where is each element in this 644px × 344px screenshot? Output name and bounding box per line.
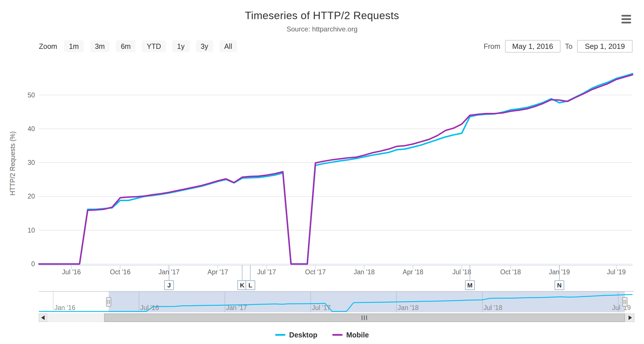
x-axis-label: Jul '16 (62, 268, 81, 276)
y-axis-label: 40 (27, 125, 35, 133)
navigator-axis-label: Jan '17 (226, 304, 247, 311)
navigator-axis-label: Jul '17 (312, 304, 331, 311)
y-axis-label: 50 (27, 91, 35, 99)
y-axis-label: 20 (27, 193, 35, 200)
scrollbar-left-button[interactable] (39, 314, 47, 322)
legend-item-mobile[interactable]: Mobile (332, 331, 369, 339)
flag-label: L (249, 282, 252, 289)
legend-label: Desktop (289, 331, 317, 339)
navigator-mask[interactable] (109, 291, 625, 312)
x-axis-label: Apr '18 (403, 268, 423, 276)
series-line-mobile[interactable] (39, 75, 633, 264)
flag-label: K (240, 282, 245, 289)
navigator-handle-left[interactable] (106, 297, 111, 306)
scrollbar-right-button[interactable] (626, 314, 634, 322)
x-axis-label: Oct '18 (500, 268, 521, 276)
y-axis-label: 0 (31, 260, 35, 268)
legend: DesktopMobile (0, 328, 644, 342)
navigator-handle-right[interactable] (623, 297, 627, 306)
chart-plot-area: 01020304050Jul '16Oct '16Jan '17Apr '17J… (0, 0, 644, 344)
handle-grip-icon (623, 297, 627, 306)
y-axis-label: 10 (27, 227, 35, 234)
flag-label: N (557, 282, 562, 289)
legend-label: Mobile (346, 331, 369, 339)
highcharts-stock-chart: Timeseries of HTTP/2 Requests Source: ht… (0, 0, 644, 344)
x-axis-label: Jul '18 (452, 268, 471, 276)
x-axis-label: Jul '19 (607, 268, 626, 276)
legend-item-desktop[interactable]: Desktop (275, 331, 317, 339)
y-axis-label: 30 (27, 159, 35, 166)
navigator-axis-label: Jan '16 (54, 304, 75, 311)
x-axis-label: Jan '18 (354, 268, 375, 276)
x-axis-label: Oct '17 (305, 268, 326, 276)
x-axis-label: Oct '16 (110, 268, 130, 276)
x-axis-label: Apr '17 (208, 268, 228, 276)
navigator-axis-label: Jul '19 (612, 304, 631, 311)
legend-line-icon (332, 334, 343, 336)
navigator-axis-label: Jul '18 (484, 304, 502, 311)
legend-line-icon (275, 334, 285, 336)
flag-label: M (467, 282, 472, 289)
flag-L[interactable]: L (246, 265, 255, 290)
handle-grip-icon (106, 297, 111, 306)
x-axis-label: Jul '17 (257, 268, 276, 276)
series-line-desktop[interactable] (39, 74, 633, 264)
navigator-axis-label: Jul '16 (140, 304, 159, 311)
flag-label: J (167, 282, 171, 289)
navigator-axis-label: Jan '18 (398, 304, 419, 311)
